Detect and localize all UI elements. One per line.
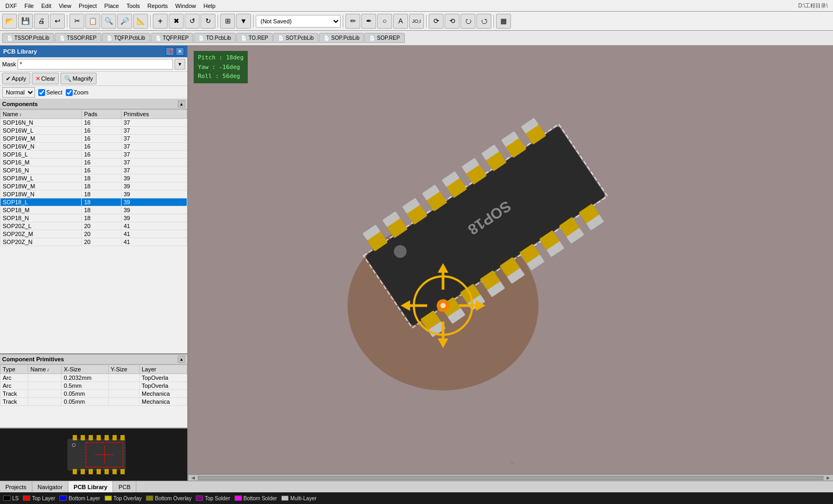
layer-top-overlay[interactable]: Top Overlay xyxy=(105,496,142,501)
table-row[interactable]: SOP18W_L 18 39 xyxy=(1,175,187,183)
toolbar-grid[interactable]: ⊞ xyxy=(220,14,235,29)
toolbar-r4[interactable]: ⭯ xyxy=(476,14,491,29)
menu-place[interactable]: Place xyxy=(101,2,123,10)
tab-tssop-pcblib[interactable]: 📄 TSSOP.PcbLib xyxy=(2,33,54,43)
menu-tools[interactable]: Tools xyxy=(123,2,143,10)
tab-tssop-rep[interactable]: 📄 TSSOP.REP xyxy=(55,33,101,43)
prim-col-xsize[interactable]: X-Size xyxy=(62,365,108,374)
tab-sop-pcblib[interactable]: 📄 SOP.PcbLib xyxy=(319,33,364,43)
menu-window[interactable]: Window xyxy=(172,2,199,10)
toolbar-cut[interactable]: ✂ xyxy=(70,14,84,29)
select-checkbox-label[interactable]: Select xyxy=(38,89,63,96)
menu-file[interactable]: File xyxy=(21,2,37,10)
menu-reports[interactable]: Reports xyxy=(144,2,171,10)
table-row[interactable]: SOP18_M 18 39 xyxy=(1,206,187,214)
toolbar-text[interactable]: A xyxy=(393,14,408,29)
apply-button[interactable]: ✔ Apply xyxy=(2,73,30,84)
tab-pcb-library[interactable]: PCB Library xyxy=(68,481,114,492)
tab-tqfp-pcblib[interactable]: 📄 TQFP.PcbLib xyxy=(102,33,150,43)
tab-to-pcblib[interactable]: 📄 TO.PcbLib xyxy=(194,33,236,43)
menu-edit[interactable]: Edit xyxy=(38,2,55,10)
table-row[interactable]: SOP16_L 16 37 xyxy=(1,151,187,159)
toolbar-undo-arrow[interactable]: ↩ xyxy=(50,14,65,29)
layer-bottom[interactable]: Bottom Layer xyxy=(59,496,100,501)
layer-top-solder[interactable]: Top Solder xyxy=(196,496,230,501)
toolbar-add[interactable]: + xyxy=(153,14,168,29)
menu-view[interactable]: View xyxy=(56,2,75,10)
zoom-checkbox-label[interactable]: Zoom xyxy=(66,89,89,96)
tab-to-rep[interactable]: 📄 TO.REP xyxy=(236,33,273,43)
list-item[interactable]: Arc 0.5mm TopOverla xyxy=(1,382,187,390)
table-row[interactable]: SOP16_M 16 37 xyxy=(1,159,187,167)
tab-tqfp-rep[interactable]: 📄 TQFP.REP xyxy=(151,33,194,43)
layer-top[interactable]: Top Layer xyxy=(23,496,55,501)
tab-pcb[interactable]: PCB xyxy=(113,481,136,492)
tab-projects[interactable]: Projects xyxy=(0,481,32,492)
table-row[interactable]: SOP18_N 18 39 xyxy=(1,214,187,222)
list-item[interactable]: Arc 0.2032mm TopOverla xyxy=(1,374,187,382)
toolbar-print[interactable]: 🖨 xyxy=(34,14,49,29)
panel-close-btn[interactable]: ✕ xyxy=(176,47,184,56)
col-pads[interactable]: Pads xyxy=(82,110,122,119)
zoom-checkbox[interactable] xyxy=(66,89,73,96)
toolbar-zoom-fit[interactable]: 📐 xyxy=(133,14,148,29)
filter-dropdown-btn[interactable]: ▼ xyxy=(175,59,185,69)
toolbar-pencil2[interactable]: ✒ xyxy=(361,14,376,29)
layer-ls[interactable]: LS xyxy=(3,496,19,501)
magnify-button[interactable]: 🔍 Magnify xyxy=(60,73,97,84)
toolbar-r1[interactable]: ⟳ xyxy=(429,14,444,29)
toolbar-grid-dropdown[interactable]: ▼ xyxy=(236,14,251,29)
layer-bottom-solder[interactable]: Bottom Solder xyxy=(235,496,277,501)
tab-sot-pcblib[interactable]: 📄 SOT.PcbLib xyxy=(273,33,318,43)
menu-dxf[interactable]: DXF xyxy=(2,2,20,10)
toolbar-numpad[interactable]: JO,I xyxy=(409,14,424,29)
menu-project[interactable]: Project xyxy=(75,2,100,10)
toolbar-undo[interactable]: ↺ xyxy=(185,14,199,29)
toolbar-r3[interactable]: ⭮ xyxy=(461,14,475,29)
table-row[interactable]: SOP20Z_N 20 41 xyxy=(1,238,187,246)
toolbar-grid2[interactable]: ▦ xyxy=(496,14,511,29)
toolbar-save[interactable]: 💾 xyxy=(18,14,33,29)
primitives-table[interactable]: Type Name / X-Size Y-Size Layer Arc 0.20… xyxy=(0,364,187,428)
table-row[interactable]: SOP18_L 18 39 xyxy=(1,198,187,206)
prim-col-ysize[interactable]: Y-Size xyxy=(108,365,139,374)
table-row[interactable]: SOP16N_N 16 37 xyxy=(1,119,187,127)
toolbar-copy[interactable]: 📋 xyxy=(85,14,100,29)
layer-bottom-overlay[interactable]: Bottom Overlay xyxy=(146,496,192,501)
toolbar-zoom-out[interactable]: 🔎 xyxy=(117,14,132,29)
table-row[interactable]: SOP20Z_M 20 41 xyxy=(1,230,187,238)
toolbar-zoom-in[interactable]: 🔍 xyxy=(101,14,116,29)
toolbar-doc-dropdown[interactable]: (Not Saved) xyxy=(256,15,341,28)
components-table[interactable]: Name / Pads Primitives SOP16N_N 16 37 SO… xyxy=(0,109,187,353)
list-item[interactable]: Track 0.05mm Mechanica xyxy=(1,398,187,406)
table-row[interactable]: SOP16W_N 16 37 xyxy=(1,143,187,151)
prim-col-name[interactable]: Name / xyxy=(28,365,62,374)
toolbar-circle[interactable]: ○ xyxy=(377,14,392,29)
select-checkbox[interactable] xyxy=(38,89,45,96)
table-row[interactable]: SOP16W_L 16 37 xyxy=(1,127,187,135)
table-row[interactable]: SOP16W_M 16 37 xyxy=(1,135,187,143)
clear-button[interactable]: ✕ Clear xyxy=(32,73,59,84)
filter-input[interactable] xyxy=(18,59,173,69)
toolbar-redo[interactable]: ↻ xyxy=(201,14,215,29)
table-row[interactable]: SOP16_N 16 37 xyxy=(1,167,187,175)
table-row[interactable]: SOP18W_N 18 39 xyxy=(1,190,187,198)
prim-col-type[interactable]: Type xyxy=(1,365,28,374)
components-resize-btn[interactable]: ▲ xyxy=(178,100,185,108)
table-row[interactable]: SOP20Z_L 20 41 xyxy=(1,222,187,230)
primitives-resize-btn[interactable]: ▲ xyxy=(178,355,185,363)
col-primitives[interactable]: Primitives xyxy=(122,110,187,119)
toolbar-open[interactable]: 📂 xyxy=(2,14,17,29)
canvas-h-scrollbar[interactable]: ◄ ► xyxy=(188,474,833,481)
layer-multi[interactable]: Multi-Layer xyxy=(281,496,316,501)
list-item[interactable]: Track 0.05mm Mechanica xyxy=(1,390,187,398)
tab-navigator[interactable]: Navigator xyxy=(32,481,68,492)
toolbar-cross[interactable]: ✖ xyxy=(169,14,184,29)
toolbar-pencil[interactable]: ✏ xyxy=(345,14,360,29)
view-mode-dropdown[interactable]: Normal xyxy=(2,87,35,98)
tab-sop-rep[interactable]: 📄 SOP.REP xyxy=(365,33,404,43)
panel-pin-btn[interactable]: 📌 xyxy=(166,47,174,56)
prim-col-layer[interactable]: Layer xyxy=(139,365,187,374)
toolbar-r2[interactable]: ⟲ xyxy=(445,14,459,29)
menu-help[interactable]: Help xyxy=(200,2,219,10)
